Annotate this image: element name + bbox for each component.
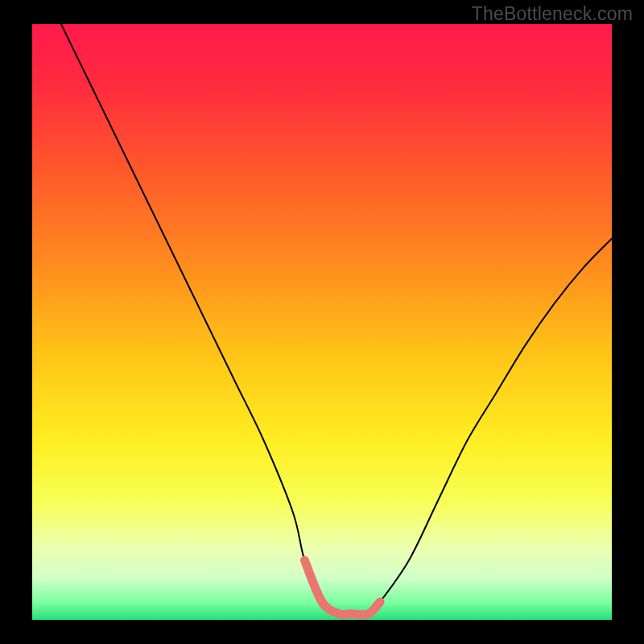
chart-frame: TheBottleneck.com xyxy=(0,0,644,644)
watermark-text: TheBottleneck.com xyxy=(472,3,633,25)
gradient-background xyxy=(32,24,612,620)
bottleneck-chart xyxy=(0,0,644,644)
